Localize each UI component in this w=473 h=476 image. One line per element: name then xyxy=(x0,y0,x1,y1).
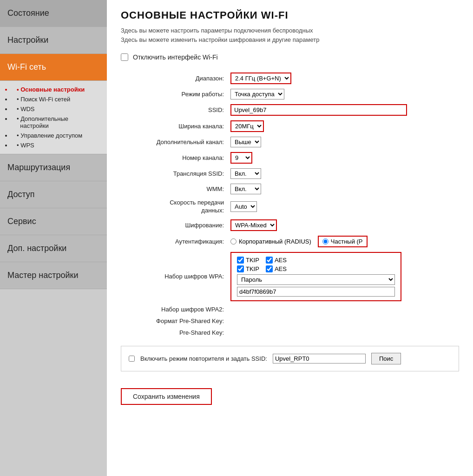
rezhim-label: Режим работы: xyxy=(121,86,228,102)
wmm-row: WMM: Вкл. Выкл. xyxy=(121,181,459,197)
wpa-ciphers-value-cell: TKIP AES TKIP AES xyxy=(228,250,459,304)
wpa-box: TKIP AES TKIP AES xyxy=(230,252,401,301)
psk-format-row: Пароль Hex xyxy=(237,274,395,285)
auth-value-cell: Корпоративный (RADIUS) Частный (P xyxy=(228,233,459,250)
skorost-label: Скорость передачи данных: xyxy=(121,197,228,217)
shirina-label: Ширина канала: xyxy=(121,118,228,134)
search-button[interactable]: Поис xyxy=(371,353,401,364)
wpa-section-row: Набор шифров WPA: TKIP AES xyxy=(121,250,459,304)
psk-value-row xyxy=(237,287,395,297)
sidebar-submenu-item-wds[interactable]: • WDS xyxy=(12,104,107,114)
skorost-select[interactable]: Auto xyxy=(230,201,257,212)
dop-kanal-value-cell: Выше Ниже xyxy=(228,134,459,150)
auth-korporativny-radio[interactable] xyxy=(230,238,236,245)
sidebar: Состояние Настройки Wi-Fi сеть • Основны… xyxy=(0,0,107,476)
wpa2-aes-label: AES xyxy=(266,265,287,272)
repeater-label: Включить режим повторителя и задать SSID… xyxy=(140,355,267,362)
diapazon-value-cell: 2.4 ГГц (B+G+N) 5 ГГц xyxy=(228,70,459,86)
ssid-input[interactable] xyxy=(230,104,407,116)
repeater-ssid-input[interactable] xyxy=(273,354,366,364)
auth-label: Аутентификация: xyxy=(121,233,228,250)
sidebar-item-marshrutizatsiya[interactable]: Маршрутизация xyxy=(0,154,107,181)
wpa2-section-row: Набор шифров WPA2: xyxy=(121,304,459,315)
nomer-kanala-select[interactable]: 123 456 789 1011 xyxy=(230,152,252,164)
shirina-row: Ширина канала: 20МГц 40МГц xyxy=(121,118,459,134)
wmm-label: WMM: xyxy=(121,181,228,197)
auth-chastny-option: Частный (P xyxy=(318,236,368,247)
disable-wifi-label: Отключить интерфейс Wi-Fi xyxy=(133,53,218,61)
wpa-aes-label: AES xyxy=(266,257,287,264)
dop-kanal-select[interactable]: Выше Ниже xyxy=(230,137,261,147)
wpa-ciphers-row: TKIP AES xyxy=(237,257,395,264)
wpa-aes-checkbox[interactable] xyxy=(266,257,273,264)
skorost-value-cell: Auto xyxy=(228,197,459,217)
translyatsiya-select[interactable]: Вкл. Выкл. xyxy=(230,168,261,179)
sidebar-submenu-item-wps[interactable]: • WPS xyxy=(12,140,107,150)
disable-wifi-checkbox[interactable] xyxy=(121,53,128,61)
sidebar-item-servis[interactable]: Сервис xyxy=(0,208,107,235)
rezhim-select[interactable]: Точка доступа Клиент Повторитель xyxy=(230,89,284,99)
auth-chastny-radio[interactable] xyxy=(322,238,328,245)
wmm-value-cell: Вкл. Выкл. xyxy=(228,181,459,197)
auth-row: Аутентификация: Корпоративный (RADIUS) Ч… xyxy=(121,233,459,250)
auth-options: Корпоративный (RADIUS) Частный (P xyxy=(230,236,456,247)
nomer-kanala-value-cell: 123 456 789 1011 xyxy=(228,150,459,166)
shifrovanie-value-cell: WPA-Mixed WPA WPA2 WEP Нет xyxy=(228,217,459,233)
sidebar-item-dop-nastroyki[interactable]: Доп. настройки xyxy=(0,235,107,262)
wpa2-aes-checkbox[interactable] xyxy=(266,265,273,272)
shifrovanie-select[interactable]: WPA-Mixed WPA WPA2 WEP Нет xyxy=(230,219,277,231)
repeater-checkbox[interactable] xyxy=(129,356,135,362)
shirina-select[interactable]: 20МГц 40МГц xyxy=(230,120,264,132)
psk-format-section-row: Формат Pre-Shared Key: xyxy=(121,315,459,327)
psk-input[interactable] xyxy=(237,287,395,297)
wpa2-ciphers-label: Набор шифров WPA2: xyxy=(121,304,228,315)
diapazon-select[interactable]: 2.4 ГГц (B+G+N) 5 ГГц xyxy=(230,73,291,84)
description: Здесь вы можете настроить параметры подк… xyxy=(121,26,459,44)
wpa-tkip-checkbox[interactable] xyxy=(237,257,244,264)
skorost-row: Скорость передачи данных: Auto xyxy=(121,197,459,217)
wpa2-tkip-checkbox[interactable] xyxy=(237,265,244,272)
ssid-row: SSID: xyxy=(121,102,459,118)
nomer-kanala-label: Номер канала: xyxy=(121,150,228,166)
auth-korporativny-label: Корпоративный (RADIUS) xyxy=(239,238,311,245)
diapazon-label: Диапазон: xyxy=(121,70,228,86)
sidebar-item-dostup[interactable]: Доступ xyxy=(0,181,107,208)
diapazon-row: Диапазон: 2.4 ГГц (B+G+N) 5 ГГц xyxy=(121,70,459,86)
psk-format-select[interactable]: Пароль Hex xyxy=(237,274,395,285)
sidebar-submenu-item-poisk[interactable]: • Поиск Wi-Fi сетей xyxy=(12,94,107,104)
ssid-value-cell xyxy=(228,102,459,118)
sidebar-item-sostoyanie[interactable]: Состояние xyxy=(0,0,107,27)
wpa2-ciphers-row: TKIP AES xyxy=(237,265,395,272)
auth-korporativny-option: Корпоративный (RADIUS) xyxy=(230,238,311,245)
wmm-select[interactable]: Вкл. Выкл. xyxy=(230,184,261,194)
wpa-ciphers-label: Набор шифров WPA: xyxy=(121,250,228,304)
rezhim-value-cell: Точка доступа Клиент Повторитель xyxy=(228,86,459,102)
save-button[interactable]: Сохранить изменения xyxy=(121,388,212,405)
sidebar-item-wifi[interactable]: Wi-Fi сеть xyxy=(0,54,107,81)
sidebar-submenu-item-dop[interactable]: • Дополнительные настройки xyxy=(12,114,107,131)
dop-kanal-label: Дополнительный канал: xyxy=(121,134,228,150)
psk-key-section-row: Pre-Shared Key: xyxy=(121,327,459,338)
auth-chastny-label: Частный (P xyxy=(331,238,363,245)
nomer-kanala-row: Номер канала: 123 456 789 1011 xyxy=(121,150,459,166)
shirina-value-cell: 20МГц 40МГц xyxy=(228,118,459,134)
psk-key-label: Pre-Shared Key: xyxy=(121,327,228,338)
sidebar-item-master[interactable]: Мастер настройки xyxy=(0,262,107,289)
shifrovanie-row: Шифрование: WPA-Mixed WPA WPA2 WEP Нет xyxy=(121,217,459,233)
sidebar-item-nastroyki[interactable]: Настройки xyxy=(0,27,107,54)
sidebar-submenu-item-osnovnye[interactable]: • Основные настройки xyxy=(12,85,107,94)
disable-wifi-row: Отключить интерфейс Wi-Fi xyxy=(121,53,459,61)
sidebar-submenu-wifi: • Основные настройки • Поиск Wi-Fi сетей… xyxy=(0,81,107,154)
wpa2-tkip-label: TKIP xyxy=(237,265,259,272)
page-title: ОСНОВНЫЕ НАСТРОЙКИ WI-FI xyxy=(121,9,459,21)
ssid-label: SSID: xyxy=(121,102,228,118)
dop-kanal-row: Дополнительный канал: Выше Ниже xyxy=(121,134,459,150)
settings-form: Диапазон: 2.4 ГГц (B+G+N) 5 ГГц Режим ра… xyxy=(121,70,459,338)
translyatsiya-row: Трансляция SSID: Вкл. Выкл. xyxy=(121,166,459,181)
repeater-section: Включить режим повторителя и задать SSID… xyxy=(121,346,459,371)
sidebar-submenu-item-dostup[interactable]: • Управление доступом xyxy=(12,131,107,140)
translyatsiya-value-cell: Вкл. Выкл. xyxy=(228,166,459,181)
shifrovanie-label: Шифрование: xyxy=(121,217,228,233)
wpa-tkip-label: TKIP xyxy=(237,257,259,264)
rezhim-row: Режим работы: Точка доступа Клиент Повто… xyxy=(121,86,459,102)
